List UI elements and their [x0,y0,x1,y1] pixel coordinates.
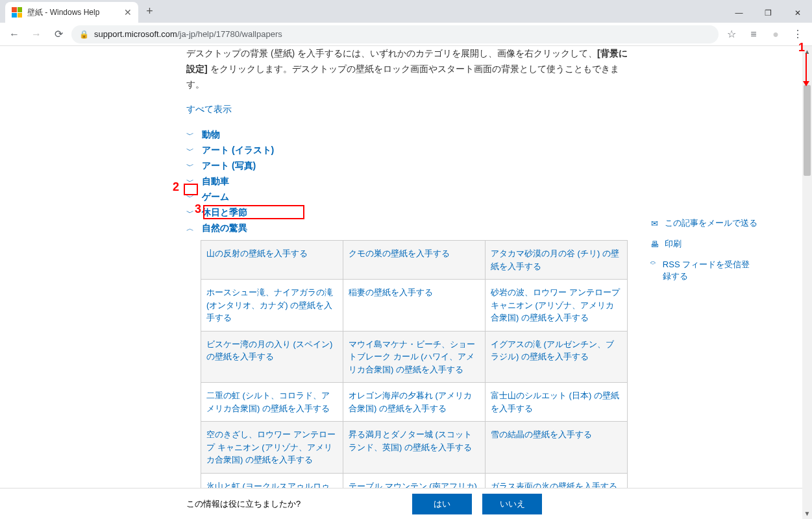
category-label: アート (イラスト) [202,145,274,156]
show-all-link[interactable]: すべて表示 [186,104,628,115]
chevron-down-icon: ﹀ [186,161,195,172]
wallpaper-cell: ガラス表面の氷の壁紙を入手する [486,473,628,488]
category-label: 自然の驚異 [202,223,247,234]
wallpaper-link[interactable]: 山の反射の壁紙を入手する [206,248,308,258]
window-titlebar: 壁紙 - Windows Help ✕ + — ❐ ✕ [0,0,812,23]
wallpaper-link[interactable]: ビスケー湾の月の入り (スペイン) の壁紙を入手する [206,339,332,362]
wallpaper-table: 山の反射の壁紙を入手するクモの巣の壁紙を入手するアタカマ砂漠の月の谷 (チリ) … [201,240,628,488]
table-row: ホースシュー滝、ナイアガラの滝 (オンタリオ、カナダ) の壁紙を入手する稲妻の壁… [201,280,628,332]
wallpaper-cell: 山の反射の壁紙を入手する [201,241,343,280]
tab-close-icon[interactable]: ✕ [124,7,132,18]
wallpaper-cell: 昇る満月とダノター城 (スコットランド、英国) の壁紙を入手する [343,422,486,474]
wallpaper-link[interactable]: 氷山と虹 (ヨークルスアゥルロゥン、アイスランド) の壁紙を入手する [206,481,330,488]
category-list: ﹀動物﹀アート (イラスト)﹀アート (写真)﹀自動車﹀ゲーム﹀休日と季節︿自然… [186,127,628,236]
profile-icon[interactable]: ● [767,25,785,43]
print-icon: 🖶 [649,239,659,249]
wallpaper-cell: ビスケー湾の月の入り (スペイン) の壁紙を入手する [201,331,343,383]
new-tab-button[interactable]: + [138,5,161,18]
category-label: 動物 [202,129,220,141]
rss-link[interactable]: ⌔ RSS フィードを受信登録する [649,259,753,282]
chevron-down-icon: ﹀ [186,208,195,219]
wallpaper-link[interactable]: 砂岩の波、ロウワー アンテロープ キャニオン (アリゾナ、アメリカ合衆国) の壁… [491,287,620,322]
wallpaper-link[interactable]: マウイ島マケナ・ビーチ、ショートブレーク カール (ハワイ、アメリカ合衆国) の… [349,339,475,374]
category-label: ゲーム [202,191,229,203]
chevron-down-icon: ﹀ [186,145,195,156]
address-bar[interactable]: 🔒 support.microsoft.com/ja-jp/help/17780… [71,25,719,43]
category-3[interactable]: ﹀自動車 [186,174,628,189]
menu-icon[interactable]: ⋮ [789,25,807,43]
reading-list-icon[interactable]: ≡ [744,25,763,43]
category-5[interactable]: ﹀休日と季節 [186,205,628,221]
category-label: 自動車 [202,176,229,187]
category-0[interactable]: ﹀動物 [186,127,628,143]
page-viewport: デスクトップの背景 (壁紙) を入手するには、いずれかのカテゴリを展開し、画像を… [0,46,802,488]
table-row: 山の反射の壁紙を入手するクモの巣の壁紙を入手するアタカマ砂漠の月の谷 (チリ) … [201,241,628,280]
lock-icon: 🔒 [79,30,89,39]
rss-icon: ⌔ [649,259,658,269]
category-2[interactable]: ﹀アート (写真) [186,158,628,174]
table-row: 氷山と虹 (ヨークルスアゥルロゥン、アイスランド) の壁紙を入手するテーブル マ… [201,473,628,488]
wallpaper-link[interactable]: アタカマ砂漠の月の谷 (チリ) の壁紙を入手する [491,248,619,271]
wallpaper-link[interactable]: テーブル マウンテン (南アフリカ) の壁紙を入手する [349,481,477,488]
browser-toolbar: ← → ⟳ 🔒 support.microsoft.com/ja-jp/help… [0,23,812,46]
table-row: 二重の虹 (シルト、コロラド、アメリカ合衆国) の壁紙を入手するオレゴン海岸の夕… [201,383,628,422]
window-maximize[interactable]: ❐ [754,3,783,23]
mail-icon: ✉ [649,219,659,228]
reload-button[interactable]: ⟳ [49,25,68,43]
feedback-no-button[interactable]: いいえ [482,494,542,514]
category-label: アート (写真) [202,160,256,172]
scroll-up-icon[interactable]: ▲ [802,46,812,57]
print-link[interactable]: 🖶 印刷 [649,238,757,250]
wallpaper-link[interactable]: クモの巣の壁紙を入手する [349,248,450,258]
ms-favicon [12,7,22,18]
window-close[interactable]: ✕ [783,3,812,23]
wallpaper-cell: アタカマ砂漠の月の谷 (チリ) の壁紙を入手する [486,241,628,280]
wallpaper-link[interactable]: 昇る満月とダノター城 (スコットランド、英国) の壁紙を入手する [349,429,472,452]
browser-tab[interactable]: 壁紙 - Windows Help ✕ [5,2,138,23]
wallpaper-cell: 稲妻の壁紙を入手する [343,280,486,332]
wallpaper-link[interactable]: 空のきざし、ロウワー アンテロープ キャニオン (アリゾナ、アメリカ合衆国) の… [206,429,336,465]
feedback-yes-button[interactable]: はい [412,494,472,514]
wallpaper-link[interactable]: ガラス表面の氷の壁紙を入手する [491,481,617,488]
wallpaper-link[interactable]: ホースシュー滝、ナイアガラの滝 (オンタリオ、カナダ) の壁紙を入手する [206,287,333,322]
table-row: ビスケー湾の月の入り (スペイン) の壁紙を入手するマウイ島マケナ・ビーチ、ショ… [201,331,628,383]
wallpaper-cell: マウイ島マケナ・ビーチ、ショートブレーク カール (ハワイ、アメリカ合衆国) の… [343,331,486,383]
table-row: 空のきざし、ロウワー アンテロープ キャニオン (アリゾナ、アメリカ合衆国) の… [201,422,628,474]
wallpaper-link[interactable]: イグアスの滝 (アルゼンチン、ブラジル) の壁紙を入手する [491,339,614,362]
wallpaper-cell: イグアスの滝 (アルゼンチン、ブラジル) の壁紙を入手する [486,331,628,383]
wallpaper-cell: 二重の虹 (シルト、コロラド、アメリカ合衆国) の壁紙を入手する [201,383,343,422]
url-text: support.microsoft.com/ja-jp/help/17780/w… [94,29,282,39]
side-actions: ✉ この記事をメールで送る 🖶 印刷 ⌔ RSS フィードを受信登録する [649,217,757,291]
wallpaper-link[interactable]: 二重の虹 (シルト、コロラド、アメリカ合衆国) の壁紙を入手する [206,391,330,413]
wallpaper-link[interactable]: オレゴン海岸の夕暮れ (アメリカ合衆国) の壁紙を入手する [349,391,472,413]
wallpaper-link[interactable]: 雪の結晶の壁紙を入手する [491,429,592,439]
wallpaper-link[interactable]: 稲妻の壁紙を入手する [349,287,433,297]
forward-button[interactable]: → [27,25,45,43]
wallpaper-cell: オレゴン海岸の夕暮れ (アメリカ合衆国) の壁紙を入手する [343,383,486,422]
chevron-up-icon: ︿ [186,223,195,234]
email-article-link[interactable]: ✉ この記事をメールで送る [649,217,757,229]
bookmark-star-icon[interactable]: ☆ [722,25,741,43]
wallpaper-cell: 空のきざし、ロウワー アンテロープ キャニオン (アリゾナ、アメリカ合衆国) の… [201,422,343,474]
scroll-thumb[interactable] [804,85,811,176]
wallpaper-cell: テーブル マウンテン (南アフリカ) の壁紙を入手する [343,473,486,488]
chevron-down-icon: ﹀ [186,176,195,187]
scroll-down-icon[interactable]: ▼ [802,508,812,519]
window-minimize[interactable]: — [724,3,754,23]
chevron-down-icon: ﹀ [186,130,195,141]
wallpaper-cell: ホースシュー滝、ナイアガラの滝 (オンタリオ、カナダ) の壁紙を入手する [201,280,343,332]
feedback-bar: この情報は役に立ちましたか? はい いいえ [0,488,812,519]
back-button[interactable]: ← [5,25,23,43]
chevron-down-icon: ﹀ [186,192,195,203]
wallpaper-cell: 氷山と虹 (ヨークルスアゥルロゥン、アイスランド) の壁紙を入手する [201,473,343,488]
wallpaper-cell: 富士山のシルエット (日本) の壁紙を入手する [486,383,628,422]
feedback-question: この情報は役に立ちましたか? [186,498,301,510]
intro-text: デスクトップの背景 (壁紙) を入手するには、いずれかのカテゴリを展開し、画像を… [186,46,628,92]
category-1[interactable]: ﹀アート (イラスト) [186,143,628,158]
vertical-scrollbar[interactable]: ▲ ▼ [802,46,812,519]
wallpaper-link[interactable]: 富士山のシルエット (日本) の壁紙を入手する [491,391,619,413]
category-4[interactable]: ﹀ゲーム [186,189,628,205]
wallpaper-cell: クモの巣の壁紙を入手する [343,241,486,280]
category-6[interactable]: ︿自然の驚異 [186,221,628,236]
wallpaper-cell: 雪の結晶の壁紙を入手する [486,422,628,474]
